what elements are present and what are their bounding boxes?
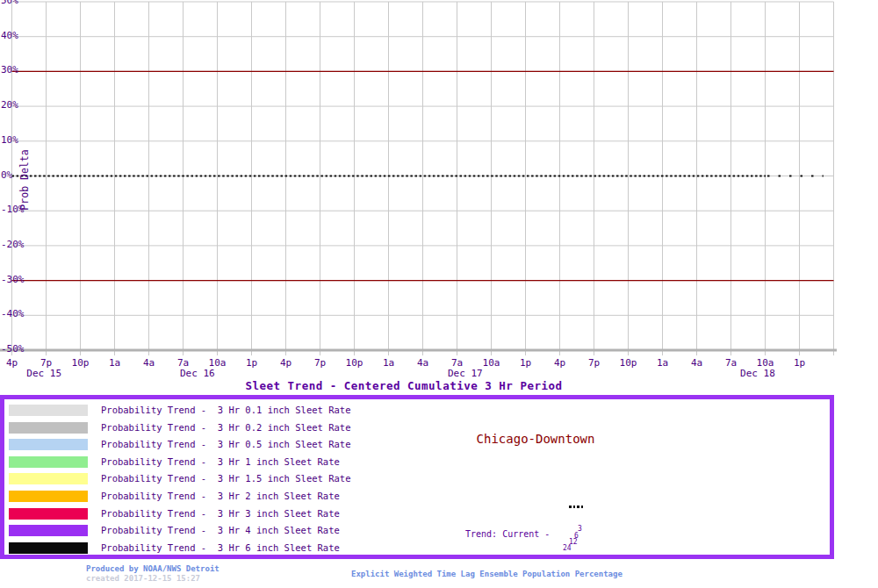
x-tick-label: 10p — [620, 357, 637, 369]
x-tick-label: 7p — [588, 357, 600, 369]
legend-item: Probability Trend - 3 Hr 4 inch Sleet Ra… — [9, 525, 350, 536]
trend-chart: 50%40%30%20%10%0%-10%-20%-30%-40%-50%Pro… — [0, 0, 878, 379]
legend-item-label: Probability Trend - 3 Hr 2 inch Sleet Ra… — [101, 491, 340, 502]
y-tick-label: 10% — [1, 134, 18, 146]
legend-item: Probability Trend - 3 Hr 3 inch Sleet Ra… — [9, 508, 350, 520]
legend-item-label: Probability Trend - 3 Hr 1 inch Sleet Ra… — [101, 456, 340, 468]
x-tick-label: 4p — [280, 357, 291, 369]
x-tick-label: 1p — [520, 357, 531, 369]
legend-rows: Probability Trend - 3 Hr 0.1 inch Sleet … — [9, 405, 350, 559]
legend-swatch-icon — [9, 405, 88, 416]
y-axis-title: Prob Delta — [18, 149, 31, 210]
y-tick-label: 30% — [1, 64, 18, 75]
sleet-trend-page: 50%40%30%20%10%0%-10%-20%-30%-40%-50%Pro… — [0, 0, 878, 588]
x-tick-label: 1a — [383, 357, 394, 369]
x-date-label: Dec 16 — [180, 368, 215, 379]
x-tick-label: 1a — [109, 357, 120, 369]
x-tick-label: 4a — [143, 357, 155, 369]
y-tick-label: 0% — [1, 169, 13, 181]
x-tick-label: 4p — [6, 357, 18, 369]
x-date-label: Dec 15 — [26, 368, 61, 379]
legend-swatch-icon — [9, 439, 88, 450]
chart-title: Sleet Trend - Centered Cumulative 3 Hr P… — [0, 379, 808, 392]
legend-swatch-icon — [9, 508, 88, 520]
legend-swatch-icon — [9, 491, 88, 502]
y-tick-label: -50% — [1, 343, 25, 355]
y-tick-label: 40% — [1, 30, 18, 41]
y-tick-label: 50% — [1, 0, 18, 6]
legend-item: Probability Trend - 3 Hr 0.5 inch Sleet … — [9, 439, 350, 450]
x-tick-label: 1a — [657, 357, 668, 369]
x-tick-label: 10a — [483, 357, 500, 369]
legend-item-label: Probability Trend - 3 Hr 3 inch Sleet Ra… — [101, 508, 340, 520]
legend-item-label: Probability Trend - 3 Hr 4 inch Sleet Ra… — [101, 525, 340, 536]
x-date-label: Dec 17 — [448, 368, 483, 379]
legend-item: Probability Trend - 3 Hr 6 inch Sleet Ra… — [9, 542, 350, 554]
dotted-line-sample-icon — [569, 506, 585, 508]
x-tick-label: 7p — [314, 357, 326, 369]
legend-item: Probability Trend - 3 Hr 1 inch Sleet Ra… — [9, 456, 350, 468]
x-tick-label: 10p — [346, 357, 363, 369]
y-tick-label: -40% — [1, 308, 25, 319]
legend-item: Probability Trend - 3 Hr 2 inch Sleet Ra… — [9, 491, 350, 502]
x-tick-label: 1p — [794, 357, 805, 369]
legend-swatch-icon — [9, 542, 88, 554]
x-tick-label: 4a — [691, 357, 702, 369]
x-tick-label: 1p — [246, 357, 257, 369]
y-tick-label: 20% — [1, 99, 18, 111]
legend-item-label: Probability Trend - 3 Hr 0.5 inch Sleet … — [101, 439, 350, 450]
legend-swatch-icon — [9, 422, 88, 434]
legend-swatch-icon — [9, 525, 88, 536]
legend-item-label: Probability Trend - 3 Hr 6 inch Sleet Ra… — [101, 542, 340, 554]
legend-swatch-icon — [9, 473, 88, 484]
legend-item-label: Probability Trend - 3 Hr 0.1 inch Sleet … — [101, 405, 350, 416]
legend-item: Probability Trend - 3 Hr 0.1 inch Sleet … — [9, 405, 350, 416]
x-date-label: Dec 18 — [740, 368, 775, 379]
legend-item-label: Probability Trend - 3 Hr 1.5 inch Sleet … — [101, 473, 350, 484]
x-tick-label: 10p — [72, 357, 90, 369]
x-tick-label: 7a — [725, 357, 737, 369]
legend-item-label: Probability Trend - 3 Hr 0.2 inch Sleet … — [101, 422, 350, 434]
footer-description: Explicit Weighted Time Lag Ensemble Popu… — [351, 570, 623, 578]
trend-current-label: Trend: Current - — [465, 529, 555, 539]
location-label: Chicago-Downtown — [417, 432, 654, 446]
legend-box: Probability Trend - 3 Hr 0.1 inch Sleet … — [0, 395, 834, 559]
legend-item: Probability Trend - 3 Hr 0.2 inch Sleet … — [9, 422, 350, 434]
footer-created-timestamp: created 2017-12-15 15:27 — [86, 574, 200, 583]
legend-item: Probability Trend - 3 Hr 1.5 inch Sleet … — [9, 473, 350, 484]
x-tick-label: 4p — [554, 357, 565, 369]
trend-lag-24hr: 24 — [563, 545, 572, 552]
y-tick-label: -30% — [1, 274, 25, 285]
footer-produced-by: Produced by NOAA/NWS Detroit — [86, 564, 220, 573]
legend-swatch-icon — [9, 456, 88, 468]
x-tick-label: 4a — [417, 357, 428, 369]
y-tick-label: -20% — [1, 239, 25, 250]
